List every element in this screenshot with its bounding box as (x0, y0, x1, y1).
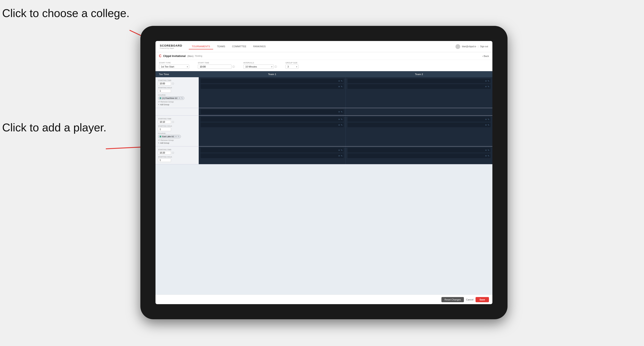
player-slot-t2-0-0[interactable]: ✕ ✎ (348, 79, 491, 83)
nav-link-committee[interactable]: COMMITTEE (229, 44, 250, 49)
starting-time-input-2[interactable] (158, 151, 171, 155)
setting-start-type: Start Type 1st Tee Start (159, 62, 189, 69)
nav-link-teams[interactable]: TEAMS (214, 44, 228, 49)
starting-time-label-2: STARTING TIME: (158, 149, 196, 151)
table-header: Tee Time Team 1 Team 2 (156, 71, 492, 77)
back-button[interactable]: ‹ Back (482, 55, 489, 57)
player-slot-t2-0-1[interactable]: ✕ ✎ (348, 84, 491, 89)
logo-area: SCOREBOARD Powered by clippd (160, 44, 182, 49)
group-size-select[interactable]: 3 (286, 64, 298, 69)
annotation-choose-college: Click to choose a college. (2, 6, 130, 20)
player-x-icon[interactable]: ✕ (338, 80, 340, 82)
course-label-0: COURSE: (158, 94, 196, 96)
setting-start-time: Start Time ⓘ (198, 62, 235, 69)
t2-player-edit-icon-1[interactable]: ✎ (488, 85, 489, 88)
starting-hole-label-1: STARTING HOLE: (158, 125, 196, 127)
course-tag-1[interactable]: East Lake GC ✕ ✎ (158, 135, 181, 138)
clippd-logo: C (159, 54, 162, 58)
course-name-0: (A) Peachtree GC (162, 97, 178, 99)
save-button[interactable]: Save (476, 297, 489, 302)
nav-bar: SCOREBOARD Powered by clippd TOURNAMENTS… (156, 41, 492, 52)
course-row-0: ✕ ✎ (156, 108, 492, 116)
event-type: (Men) (188, 55, 194, 57)
player-slot-0-1[interactable]: ✕ ✎ (201, 84, 344, 89)
group-left-1: STARTING TIME: ⓘ STARTING HOLE: 1 COURSE… (156, 116, 199, 146)
time-input-row-1: ⓘ (158, 120, 196, 124)
start-type-wrapper: 1st Tee Start (159, 64, 189, 69)
team2-cell-0: ✕ ✎ ✕ ✎ (346, 77, 492, 108)
player-edit-icon[interactable]: ✎ (341, 80, 342, 82)
group-left-0: STARTING TIME: ⓘ STARTING HOLE: 1 COURSE… (156, 77, 199, 108)
player-edit-icon-1[interactable]: ✎ (341, 85, 342, 88)
starting-hole-select-1[interactable]: 1 (158, 128, 171, 131)
remove-group-1[interactable]: ↺ Remove Group (158, 139, 196, 141)
logo-text: SCOREBOARD (160, 44, 182, 47)
starting-hole-label-2: STARTING HOLE: (158, 156, 196, 158)
course-remove-0[interactable]: ✕ (178, 97, 180, 99)
player-slot-t2-2-0[interactable]: ✕ ✎ (348, 148, 491, 153)
sub-header: C Clippd Invitational (Men) Hosting ‹ Ba… (156, 52, 492, 60)
main-content: Tee Time Team 1 Team 2 STARTING TIME: ⓘ … (156, 71, 492, 295)
player-slot-t2-1-0[interactable]: ✕ ✎ (348, 117, 491, 122)
player-slot-t2-2-1[interactable]: ✕ ✎ (348, 153, 491, 158)
starting-hole-select-2[interactable]: 1 (158, 158, 171, 162)
time-input-row-0: ⓘ (158, 82, 196, 85)
course-edit-0[interactable]: ✎ (181, 97, 183, 99)
course-dot-0 (160, 97, 161, 99)
group-size-label: Group Size (286, 62, 298, 64)
time-input-row-2: ⓘ (158, 151, 196, 155)
course-dot-1 (160, 136, 161, 137)
starting-time-input-0[interactable] (158, 82, 171, 85)
group-row-2: STARTING TIME: ⓘ STARTING HOLE: 1 ✕ (156, 147, 492, 164)
user-avatar (456, 44, 460, 49)
col-team2: Team 2 (346, 73, 492, 75)
settings-fields: Start Type 1st Tee Start Start Time ⓘ (159, 62, 489, 69)
player-slot-t2-1-1[interactable]: ✕ ✎ (348, 123, 491, 127)
remove-group-0[interactable]: ↺ Remove Group (158, 101, 196, 103)
team1-cell-0: ✕ ✎ ✕ ✎ (199, 77, 346, 108)
start-type-select[interactable]: 1st Tee Start (159, 64, 189, 69)
nav-link-rankings[interactable]: RANKINGS (250, 44, 269, 49)
nav-right: blair@clippd.io | Sign out (456, 44, 488, 49)
setting-group-size: Group Size 3 (286, 62, 298, 69)
course-edit-1[interactable]: ✎ (178, 136, 180, 138)
player-slot-2-1[interactable]: ✕ ✎ (201, 153, 344, 158)
course-remove-1[interactable]: ✕ (175, 136, 177, 138)
t2-player-x-icon[interactable]: ✕ (485, 80, 487, 82)
event-title: Clippd Invitational (163, 55, 186, 58)
t2-player-x-icon-1[interactable]: ✕ (485, 85, 487, 88)
player-slot-0-0[interactable]: ✕ ✎ (201, 79, 344, 83)
player-slot-2-0[interactable]: ✕ ✎ (201, 148, 344, 153)
start-time-input[interactable] (198, 64, 232, 69)
team1-cell-1: ✕ ✎ ✕ ✎ (199, 116, 346, 146)
nav-link-tournaments[interactable]: TOURNAMENTS (189, 44, 213, 49)
add-group-0[interactable]: + Add Group (158, 104, 196, 106)
intervals-label: Intervals (244, 62, 277, 64)
player-slot-1-1[interactable]: ✕ ✎ (201, 123, 344, 127)
starting-time-label-1: STARTING TIME: (158, 118, 196, 120)
player-x-icon-1[interactable]: ✕ (338, 85, 340, 88)
intervals-select[interactable]: 10 Minutes (244, 64, 274, 69)
add-group-1[interactable]: + Add Group (158, 142, 196, 144)
group-row: STARTING TIME: ⓘ STARTING HOLE: 1 COURSE… (156, 77, 492, 108)
sign-out-link[interactable]: Sign out (480, 45, 488, 48)
course-slot-0[interactable]: ✕ ✎ (201, 109, 344, 114)
course-name-1: East Lake GC (162, 136, 174, 138)
reset-button[interactable]: Reset Changes (442, 297, 464, 302)
logo-sub: Powered by clippd (160, 47, 182, 49)
settings-bar: Start Type 1st Tee Start Start Time ⓘ (156, 60, 492, 71)
annotation-add-player: Click to add a player. (2, 121, 106, 134)
starting-hole-select-0[interactable]: 1 (158, 89, 171, 93)
col-tee-time: Tee Time (156, 73, 199, 75)
cancel-button[interactable]: Cancel (466, 298, 474, 301)
starting-time-input-1[interactable] (158, 120, 171, 124)
course-team1-slot-0: ✕ ✎ (199, 108, 346, 115)
player-slot-1-0[interactable]: ✕ ✎ (201, 117, 344, 122)
setting-intervals: Intervals 10 Minutes ⓘ (244, 62, 277, 69)
intervals-wrapper: 10 Minutes (244, 64, 274, 69)
course-tag-0[interactable]: (A) Peachtree GC ✕ ✎ (158, 96, 184, 100)
course-label-1: COURSE: (158, 133, 196, 134)
starting-hole-label-0: STARTING HOLE: (158, 87, 196, 89)
group-size-wrapper: 3 (286, 64, 298, 69)
t2-player-edit-icon[interactable]: ✎ (488, 80, 489, 82)
